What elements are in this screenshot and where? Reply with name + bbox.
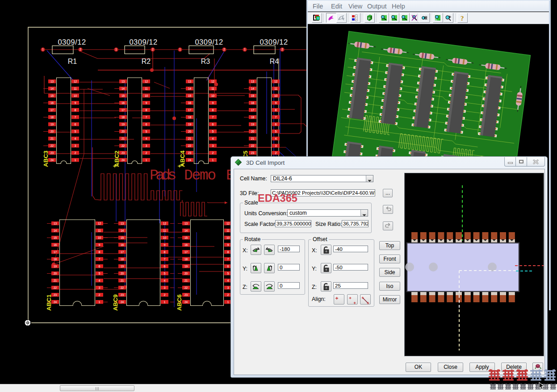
svg-text:7: 7 [146, 116, 147, 119]
svg-text:6: 6 [75, 123, 76, 126]
svg-text:17: 17 [188, 108, 192, 112]
svg-text:22: 22 [121, 286, 124, 289]
svg-text:8: 8 [275, 108, 277, 112]
svg-text:17: 17 [184, 250, 188, 254]
svg-text:7: 7 [227, 258, 229, 261]
svg-text:6: 6 [212, 123, 214, 126]
svg-text:7: 7 [99, 258, 101, 261]
svg-text:17: 17 [54, 250, 57, 254]
svg-text:9: 9 [99, 243, 101, 246]
svg-text:20: 20 [184, 272, 188, 275]
svg-text:19: 19 [50, 123, 54, 126]
svg-text:2: 2 [99, 293, 101, 296]
svg-text:22: 22 [184, 286, 188, 289]
svg-text:1: 1 [212, 158, 214, 162]
svg-text:R1: R1 [68, 58, 77, 65]
svg-text:24: 24 [121, 158, 125, 162]
svg-text:Pads: Pads [150, 167, 176, 184]
svg-text:21: 21 [251, 137, 255, 140]
svg-text:13: 13 [184, 222, 188, 225]
svg-text:ABC9: ABC9 [112, 294, 119, 311]
svg-text:R2: R2 [142, 58, 151, 65]
svg-text:1: 1 [164, 300, 166, 304]
svg-text:6: 6 [275, 123, 277, 126]
svg-text:ABC1: ABC1 [46, 294, 52, 311]
svg-text:9: 9 [212, 101, 214, 104]
svg-text:14: 14 [54, 229, 57, 232]
svg-text:5: 5 [275, 130, 277, 133]
svg-text:20: 20 [251, 130, 255, 133]
svg-text:Demo: Demo [184, 167, 216, 184]
svg-text:23: 23 [184, 293, 188, 296]
svg-text:11: 11 [98, 229, 101, 232]
svg-text:13: 13 [121, 222, 124, 225]
svg-text:17: 17 [121, 250, 124, 254]
svg-text:16: 16 [50, 101, 54, 104]
svg-text:3: 3 [275, 144, 277, 147]
svg-text:14: 14 [121, 229, 124, 232]
svg-text:23: 23 [54, 293, 57, 296]
svg-text:8: 8 [75, 108, 76, 112]
svg-text:18: 18 [184, 258, 188, 261]
svg-text:22: 22 [54, 286, 57, 289]
svg-text:4: 4 [275, 137, 277, 140]
svg-text:4: 4 [164, 279, 166, 282]
svg-text:8: 8 [212, 108, 214, 112]
svg-text:3: 3 [146, 144, 147, 147]
svg-text:4: 4 [75, 137, 76, 140]
svg-text:21: 21 [184, 279, 188, 282]
svg-text:4: 4 [146, 137, 147, 140]
svg-text:21: 21 [54, 279, 57, 282]
svg-text:22: 22 [50, 144, 54, 147]
svg-text:14: 14 [184, 229, 188, 232]
svg-text:24: 24 [50, 158, 54, 162]
svg-text:ABC6: ABC6 [176, 294, 183, 311]
svg-text:23: 23 [50, 151, 54, 154]
svg-text:17: 17 [50, 108, 54, 112]
svg-text:2: 2 [80, 48, 81, 51]
svg-text:20: 20 [121, 130, 125, 133]
svg-text:11: 11 [163, 229, 166, 232]
svg-text:18: 18 [121, 116, 125, 119]
svg-text:13: 13 [121, 80, 125, 83]
svg-text:18: 18 [50, 116, 54, 119]
svg-text:R4: R4 [270, 58, 279, 65]
svg-text:3: 3 [99, 286, 101, 289]
svg-text:21: 21 [121, 137, 125, 140]
svg-text:19: 19 [184, 265, 188, 268]
svg-text:13: 13 [188, 80, 192, 83]
svg-text:13: 13 [50, 80, 54, 83]
svg-text:3: 3 [227, 286, 229, 289]
svg-text:10: 10 [98, 236, 101, 239]
svg-text:5: 5 [75, 130, 76, 133]
svg-text:8: 8 [227, 250, 229, 254]
svg-text:24: 24 [188, 158, 192, 162]
svg-text:0309/12: 0309/12 [129, 38, 157, 46]
svg-text:11: 11 [145, 87, 148, 90]
svg-text:1: 1 [179, 48, 181, 51]
svg-text:1: 1 [75, 158, 76, 162]
svg-text:9: 9 [227, 243, 229, 246]
svg-text:15: 15 [184, 236, 188, 239]
svg-text:24: 24 [121, 300, 124, 304]
svg-text:16: 16 [251, 101, 255, 104]
svg-text:20: 20 [50, 130, 54, 133]
svg-text:5: 5 [146, 130, 147, 133]
svg-text:7: 7 [275, 116, 277, 119]
svg-text:9: 9 [275, 101, 277, 104]
svg-text:8: 8 [99, 250, 101, 254]
svg-text:7: 7 [75, 116, 76, 119]
svg-text:13: 13 [54, 222, 57, 225]
svg-text:1: 1 [244, 48, 246, 51]
svg-text:14: 14 [188, 87, 192, 90]
svg-text:19: 19 [251, 123, 255, 126]
svg-text:19: 19 [188, 123, 192, 126]
svg-text:13: 13 [251, 80, 255, 83]
svg-text:2: 2 [227, 293, 229, 296]
svg-text:16: 16 [121, 243, 124, 246]
svg-text:4: 4 [212, 137, 214, 140]
svg-text:8: 8 [146, 108, 147, 112]
svg-text:10: 10 [226, 236, 230, 239]
svg-text:2: 2 [275, 151, 277, 154]
svg-text:0309/12: 0309/12 [58, 38, 86, 46]
